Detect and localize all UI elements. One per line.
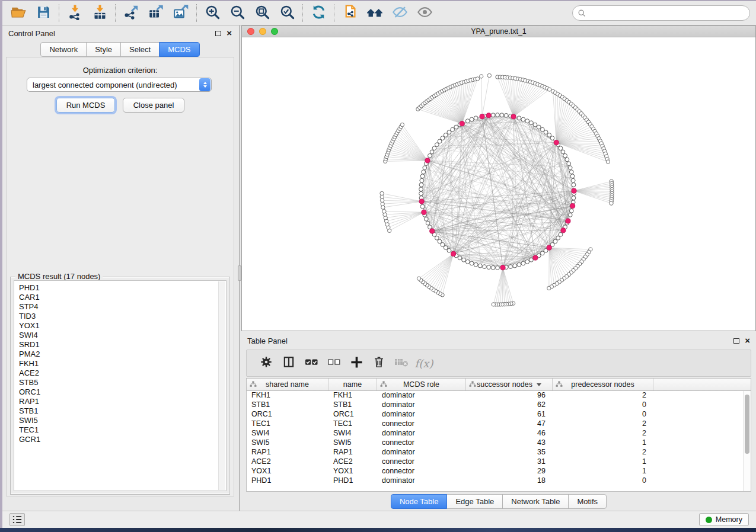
table-tab-network-table[interactable]: Network Table xyxy=(502,494,569,509)
table-row[interactable]: TEC1TEC1connector472 xyxy=(247,419,751,429)
ring-node[interactable] xyxy=(458,256,462,260)
first-neighbors-button[interactable] xyxy=(362,3,387,23)
table-row[interactable]: ORC1ORC1dominator610 xyxy=(247,410,751,419)
ring-node[interactable] xyxy=(424,217,428,221)
ring-node[interactable] xyxy=(487,265,491,270)
ring-node[interactable] xyxy=(444,133,448,137)
leaf-node[interactable] xyxy=(380,195,384,198)
table-tab-node-table[interactable]: Node Table xyxy=(391,494,448,509)
ring-node[interactable] xyxy=(559,146,563,150)
leaf-node[interactable] xyxy=(381,206,385,209)
ring-node[interactable] xyxy=(491,113,495,117)
table-scrollbar[interactable] xyxy=(743,391,751,491)
column-header-predecessor-nodes[interactable]: predecessor nodes xyxy=(553,379,653,390)
search-box[interactable] xyxy=(572,5,750,21)
ring-node[interactable] xyxy=(567,162,571,166)
mcds-result-item[interactable]: FKH1 xyxy=(19,359,226,368)
mcds-hub-node[interactable] xyxy=(554,140,559,145)
import-network-button[interactable] xyxy=(62,3,87,23)
ring-node[interactable] xyxy=(540,127,544,132)
result-list-scrollbar[interactable] xyxy=(218,281,225,490)
float-panel-icon[interactable] xyxy=(215,31,221,36)
sort-chevron-icon[interactable] xyxy=(537,383,541,386)
ring-node[interactable] xyxy=(529,258,534,262)
ring-node[interactable] xyxy=(572,196,576,200)
refresh-button[interactable] xyxy=(306,3,331,23)
ring-node[interactable] xyxy=(525,119,529,123)
ring-node[interactable] xyxy=(447,130,451,134)
maximize-window-icon[interactable] xyxy=(271,28,278,35)
mcds-hub-node[interactable] xyxy=(480,114,484,119)
mcds-hub-node[interactable] xyxy=(572,188,576,193)
leaf-node[interactable] xyxy=(487,73,491,77)
ring-node[interactable] xyxy=(441,136,445,140)
memory-button[interactable]: Memory xyxy=(699,513,749,526)
ring-node[interactable] xyxy=(419,187,423,191)
tab-network[interactable]: Network xyxy=(40,42,87,57)
ring-node[interactable] xyxy=(474,116,478,120)
mcds-result-item[interactable]: TID3 xyxy=(19,312,226,321)
mcds-result-item[interactable]: STB5 xyxy=(19,378,226,387)
deselect-all-button[interactable] xyxy=(323,352,345,374)
close-panel-button[interactable]: Close panel xyxy=(123,98,184,113)
ring-node[interactable] xyxy=(544,130,548,134)
ring-node[interactable] xyxy=(568,213,572,217)
leaf-node[interactable] xyxy=(547,286,551,290)
table-scrollbar-thumb[interactable] xyxy=(745,395,749,454)
ring-node[interactable] xyxy=(420,204,425,209)
table-row[interactable]: ACE2ACE2connector311 xyxy=(247,457,751,467)
table-row[interactable]: SWI5SWI5connector431 xyxy=(247,438,751,448)
ring-node[interactable] xyxy=(419,183,423,187)
ring-node[interactable] xyxy=(533,123,537,127)
columns-button[interactable] xyxy=(277,352,300,374)
ring-node[interactable] xyxy=(438,239,442,243)
mcds-hub-node[interactable] xyxy=(451,251,456,256)
leaf-node[interactable] xyxy=(381,202,384,206)
leaf-node[interactable] xyxy=(382,209,386,213)
ring-node[interactable] xyxy=(423,166,427,170)
column-header-successor-nodes[interactable]: successor nodes xyxy=(466,379,553,390)
criterion-select[interactable]: largest connected component (undirected) xyxy=(27,78,212,92)
ring-node[interactable] xyxy=(521,261,525,265)
ring-node[interactable] xyxy=(496,266,500,270)
ring-node[interactable] xyxy=(550,136,554,140)
ring-node[interactable] xyxy=(444,246,448,250)
table-row[interactable]: RAP1RAP1dominator352 xyxy=(247,448,751,457)
table-row[interactable]: YOX1YOX1connector291 xyxy=(247,467,751,476)
mcds-hub-node[interactable] xyxy=(547,245,551,250)
ring-node[interactable] xyxy=(465,259,470,264)
mcds-result-item[interactable]: TEC1 xyxy=(19,425,226,435)
add-button[interactable] xyxy=(345,352,368,374)
ring-node[interactable] xyxy=(428,225,432,229)
status-menu-button[interactable] xyxy=(9,513,25,526)
run-mcds-button[interactable]: Run MCDS xyxy=(56,98,115,113)
ring-node[interactable] xyxy=(470,117,474,121)
import-table-button[interactable] xyxy=(87,3,112,23)
open-session-button[interactable] xyxy=(6,3,31,23)
mcds-result-item[interactable]: YOX1 xyxy=(19,321,226,331)
ring-node[interactable] xyxy=(556,236,560,240)
ring-node[interactable] xyxy=(537,125,541,129)
export-table-button[interactable] xyxy=(143,3,168,23)
mcds-result-item[interactable]: SWI5 xyxy=(19,416,226,425)
table-row[interactable]: PHD1PHD1dominator180 xyxy=(247,476,751,486)
ring-node[interactable] xyxy=(496,113,500,117)
tab-select[interactable]: Select xyxy=(120,42,160,57)
table-row[interactable]: STB1STB1dominator620 xyxy=(247,400,751,410)
ring-node[interactable] xyxy=(521,117,525,121)
leaf-node[interactable] xyxy=(380,198,384,202)
zoom-out-button[interactable] xyxy=(225,3,250,23)
zoom-selected-button[interactable] xyxy=(275,3,299,23)
export-network-button[interactable] xyxy=(119,3,143,23)
leaf-node[interactable] xyxy=(417,277,420,280)
ring-node[interactable] xyxy=(420,178,424,182)
ring-node[interactable] xyxy=(569,209,573,213)
ring-node[interactable] xyxy=(504,113,508,117)
mcds-hub-node[interactable] xyxy=(486,113,491,118)
ring-node[interactable] xyxy=(572,183,576,187)
ring-node[interactable] xyxy=(529,121,534,125)
mcds-result-item[interactable]: PMA2 xyxy=(19,350,226,359)
ring-node[interactable] xyxy=(525,259,529,264)
ring-node[interactable] xyxy=(491,265,495,270)
mcds-result-item[interactable]: SWI4 xyxy=(19,331,226,340)
